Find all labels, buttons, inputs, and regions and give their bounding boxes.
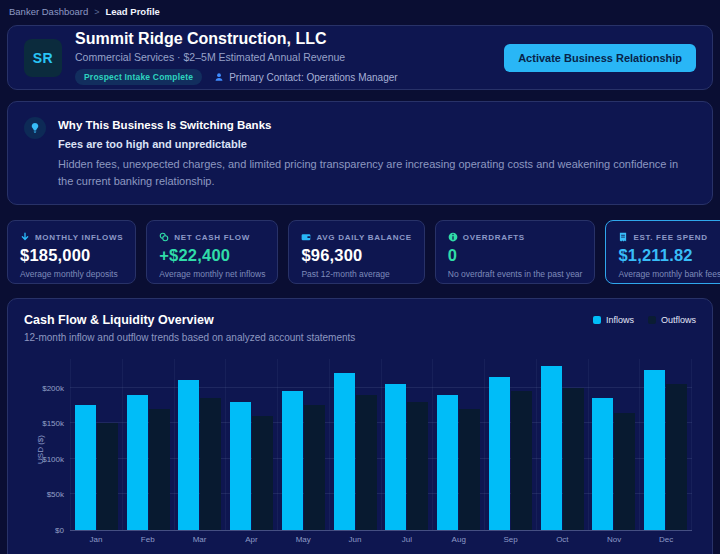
chart-title: Cash Flow & Liquidity Overview (24, 313, 355, 327)
breadcrumb-separator: > (94, 7, 99, 17)
stat-value: +$22,400 (159, 246, 265, 265)
inflows-bar[interactable] (282, 391, 303, 530)
y-tick-label: $100k (42, 454, 64, 463)
bar-group-may (278, 359, 330, 530)
bar-group-apr (226, 359, 278, 530)
y-tick-label: $50k (47, 490, 64, 499)
outflows-bar[interactable] (149, 409, 170, 530)
x-tick-label: Jan (70, 535, 122, 544)
arrow-down-icon (20, 232, 30, 242)
outflows-bar[interactable] (511, 391, 532, 530)
chart-grid: $0$50k$100k$150k$200k (70, 359, 692, 531)
outflows-bar[interactable] (356, 395, 377, 530)
legend-label: Outflows (661, 315, 696, 325)
outflows-bar[interactable] (459, 409, 480, 530)
lightbulb-icon-circle (24, 117, 46, 139)
outflows-bar[interactable] (563, 388, 584, 531)
y-tick-label: $200k (42, 383, 64, 392)
inflows-bar[interactable] (334, 373, 355, 530)
bar-group-jun (330, 359, 382, 530)
activate-relationship-button[interactable]: Activate Business Relationship (504, 44, 696, 72)
x-axis-labels: JanFebMarAprMayJunJulAugSepOctNovDec (70, 535, 692, 544)
inflows-swatch-icon (593, 316, 601, 324)
y-tick-label: $150k (42, 419, 64, 428)
inflows-bar[interactable] (489, 377, 510, 530)
stat-card-est-fee-spend: EST. FEE SPEND $1,211.82 Average monthly… (605, 220, 720, 284)
breadcrumb-lead-profile: Lead Profile (105, 6, 159, 17)
bar-group-jul (382, 359, 434, 530)
stat-card-overdrafts: OVERDRAFTS 0 No overdraft events in the … (435, 220, 596, 284)
bar-group-sep (485, 359, 537, 530)
stat-label-row: MONTHLY INFLOWS (20, 232, 123, 242)
bar-groups (70, 359, 692, 530)
outflows-bar[interactable] (200, 398, 221, 530)
inflows-bar[interactable] (592, 398, 613, 530)
stat-value: $1,211.82 (618, 246, 720, 265)
switching-reason-subtitle: Fees are too high and unpredictable (58, 138, 696, 150)
stat-card-net-cash-flow: NET CASH FLOW +$22,400 Average monthly n… (146, 220, 278, 284)
primary-contact: Primary Contact: Operations Manager (214, 72, 397, 83)
stat-label: OVERDRAFTS (463, 233, 525, 242)
bar-group-jan (70, 359, 123, 530)
outflows-bar[interactable] (97, 423, 118, 530)
legend-item-outflows: Outflows (648, 315, 696, 325)
chart-subtitle: 12-month inflow and outflow trends based… (24, 332, 355, 343)
stat-subtext: Average monthly bank fees (618, 269, 720, 279)
breadcrumb: Banker Dashboard > Lead Profile (7, 3, 713, 25)
outflows-bar[interactable] (252, 416, 273, 530)
company-subtitle: Commercial Services · $2–5M Estimated An… (75, 51, 504, 63)
switching-reason-card: Why This Business Is Switching Banks Fee… (7, 101, 713, 205)
y-tick-label: $0 (55, 526, 64, 535)
chart-titles: Cash Flow & Liquidity Overview 12-month … (24, 313, 355, 343)
inflows-bar[interactable] (541, 366, 562, 530)
x-tick-label: Jun (329, 535, 381, 544)
company-name: Summit Ridge Construction, LLC (75, 30, 504, 48)
wallet-icon (301, 232, 311, 242)
x-tick-label: Dec (640, 535, 692, 544)
stat-value: $96,300 (301, 246, 411, 265)
chart-legend: Inflows Outflows (593, 315, 696, 325)
switching-reason-body: Hidden fees, unexpected charges, and lim… (58, 156, 696, 190)
bar-group-aug (433, 359, 485, 530)
breadcrumb-banker-dashboard[interactable]: Banker Dashboard (9, 6, 88, 17)
inflows-bar[interactable] (385, 384, 406, 530)
stat-label-row: NET CASH FLOW (159, 232, 265, 242)
stat-card-monthly-inflows: MONTHLY INFLOWS $185,000 Average monthly… (7, 220, 136, 284)
x-tick-label: Aug (433, 535, 485, 544)
stat-label: NET CASH FLOW (174, 233, 250, 242)
outflows-bar[interactable] (666, 384, 687, 530)
primary-contact-label: Primary Contact: Operations Manager (229, 72, 397, 83)
stat-label-row: OVERDRAFTS (448, 232, 583, 242)
stat-label: AVG DAILY BALANCE (316, 233, 411, 242)
stat-card-avg-daily-balance: AVG DAILY BALANCE $96,300 Past 12-month … (288, 220, 424, 284)
outflows-bar[interactable] (614, 413, 635, 531)
chart-plot-area: USD ($) $0$50k$100k$150k$200k (70, 359, 692, 531)
outflows-bar[interactable] (407, 402, 428, 530)
inflows-bar[interactable] (178, 380, 199, 530)
inflows-bar[interactable] (127, 395, 148, 530)
stat-label: MONTHLY INFLOWS (35, 233, 123, 242)
x-tick-label: Jul (381, 535, 433, 544)
switching-reason-title: Why This Business Is Switching Banks (58, 119, 696, 131)
inflows-bar[interactable] (437, 395, 458, 530)
x-tick-label: Nov (588, 535, 640, 544)
inflows-bar[interactable] (75, 405, 96, 530)
bar-group-nov (589, 359, 641, 530)
x-tick-label: Feb (122, 535, 174, 544)
bar-group-oct (537, 359, 589, 530)
chart-header: Cash Flow & Liquidity Overview 12-month … (24, 313, 696, 343)
stat-label-row: EST. FEE SPEND (618, 232, 720, 242)
x-tick-label: Oct (536, 535, 588, 544)
stat-value: $185,000 (20, 246, 123, 265)
cash-flow-chart-card: Cash Flow & Liquidity Overview 12-month … (7, 298, 713, 554)
person-icon (214, 72, 224, 82)
company-avatar: SR (24, 39, 62, 77)
inflows-bar[interactable] (644, 370, 665, 530)
bar-group-dec (640, 359, 692, 530)
info-circle-icon (448, 232, 458, 242)
outflows-bar[interactable] (304, 405, 325, 530)
legend-label: Inflows (606, 315, 634, 325)
x-tick-label: May (277, 535, 329, 544)
company-badges: Prospect Intake Complete Primary Contact… (75, 69, 504, 85)
inflows-bar[interactable] (230, 402, 251, 530)
